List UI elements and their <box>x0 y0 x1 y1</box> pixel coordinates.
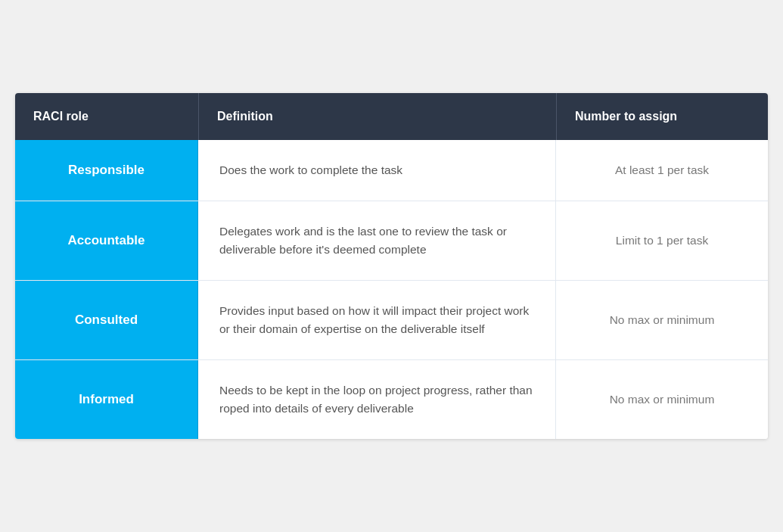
table-row: Informed Needs to be kept in the loop on… <box>15 359 768 439</box>
assign-informed: No max or minimum <box>556 360 768 439</box>
definition-informed: Needs to be kept in the loop on project … <box>198 360 556 439</box>
table-row: Consulted Provides input based on how it… <box>15 280 768 359</box>
definition-consulted: Provides input based on how it will impa… <box>198 281 556 359</box>
role-accountable: Accountable <box>15 201 198 280</box>
role-consulted: Consulted <box>15 281 198 359</box>
raci-table: RACI role Definition Number to assign Re… <box>15 93 768 439</box>
role-responsible: Responsible <box>15 140 198 201</box>
assign-responsible: At least 1 per task <box>556 140 768 201</box>
assign-consulted: No max or minimum <box>556 281 768 359</box>
header-raci-role: RACI role <box>15 93 198 140</box>
assign-accountable: Limit to 1 per task <box>556 201 768 280</box>
definition-responsible: Does the work to complete the task <box>198 140 556 201</box>
role-responsible-label: Responsible <box>68 163 144 178</box>
definition-accountable: Delegates work and is the last one to re… <box>198 201 556 280</box>
table-header: RACI role Definition Number to assign <box>15 93 768 140</box>
role-informed-label: Informed <box>79 392 134 407</box>
role-accountable-label: Accountable <box>67 233 144 248</box>
header-number-to-assign: Number to assign <box>556 93 768 140</box>
role-informed: Informed <box>15 360 198 439</box>
header-definition: Definition <box>198 93 556 140</box>
role-consulted-label: Consulted <box>75 313 138 328</box>
table-row: Accountable Delegates work and is the la… <box>15 201 768 280</box>
table-row: Responsible Does the work to complete th… <box>15 140 768 201</box>
table-body: Responsible Does the work to complete th… <box>15 140 768 439</box>
